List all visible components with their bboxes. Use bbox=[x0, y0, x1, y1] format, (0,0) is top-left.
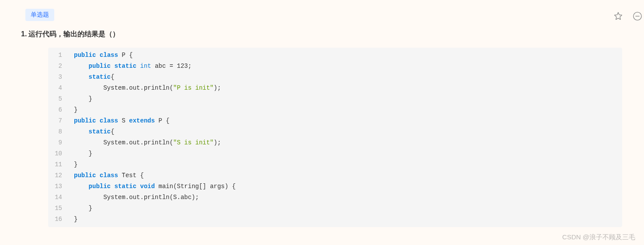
line-number: 8 bbox=[52, 126, 62, 137]
line-number: 5 bbox=[52, 94, 62, 105]
question-type-tag: 单选题 bbox=[25, 9, 54, 21]
line-number: 16 bbox=[52, 214, 62, 225]
question-number: 1. bbox=[21, 30, 27, 38]
code-line: public class S extends P { bbox=[74, 116, 613, 126]
code-line: public static int abc = 123; bbox=[74, 61, 613, 72]
line-number: 6 bbox=[52, 105, 62, 116]
code-line: public static void main(String[] args) { bbox=[74, 181, 613, 192]
line-number: 4 bbox=[52, 83, 62, 94]
code-line: } bbox=[74, 214, 613, 225]
minus-circle-icon[interactable] bbox=[633, 11, 642, 21]
code-line: System.out.println(S.abc); bbox=[74, 192, 613, 203]
code-line: } bbox=[74, 148, 613, 159]
code-block: 12345678910111213141516 public class P {… bbox=[48, 48, 622, 227]
line-number: 3 bbox=[52, 72, 62, 83]
line-number: 14 bbox=[52, 192, 62, 203]
code-line: } bbox=[74, 105, 613, 116]
code-line: System.out.println("S is init"); bbox=[74, 137, 613, 148]
line-number: 7 bbox=[52, 116, 62, 126]
code-line: static{ bbox=[74, 72, 613, 83]
question-title: 1. 运行代码，输出的结果是（） bbox=[21, 30, 626, 39]
code-line: public class P { bbox=[74, 50, 613, 61]
line-number: 10 bbox=[52, 148, 62, 159]
code-gutter: 12345678910111213141516 bbox=[48, 48, 67, 227]
code-line: } bbox=[74, 94, 613, 105]
line-number: 15 bbox=[52, 203, 62, 214]
line-number: 11 bbox=[52, 159, 62, 170]
code-line: System.out.println("P is init"); bbox=[74, 83, 613, 94]
code-line: static{ bbox=[74, 126, 613, 137]
line-number: 12 bbox=[52, 170, 62, 181]
top-icons bbox=[613, 11, 635, 21]
code-line: } bbox=[74, 203, 613, 214]
line-number: 1 bbox=[52, 50, 62, 61]
star-icon[interactable] bbox=[613, 11, 623, 21]
line-number: 2 bbox=[52, 61, 62, 72]
question-text: 运行代码，输出的结果是（） bbox=[28, 30, 119, 39]
line-number: 13 bbox=[52, 181, 62, 192]
line-number: 9 bbox=[52, 137, 62, 148]
code-line: } bbox=[74, 159, 613, 170]
watermark: CSDN @浪子不顾及三毛 bbox=[562, 233, 635, 242]
code-content: public class P { public static int abc =… bbox=[67, 48, 622, 227]
code-line: public class Test { bbox=[74, 170, 613, 181]
